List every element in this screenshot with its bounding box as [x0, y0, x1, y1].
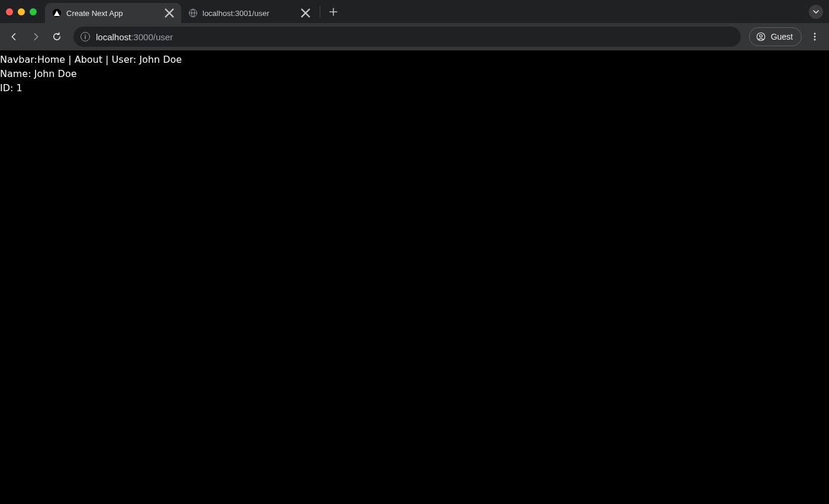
window-controls: [6, 8, 37, 15]
navbar-link-about: About: [75, 54, 102, 65]
window-zoom-button[interactable]: [30, 8, 37, 15]
window-minimize-button[interactable]: [18, 8, 25, 15]
name-label: Name:: [0, 68, 31, 79]
toolbar: i localhost:3000/user Guest: [0, 23, 829, 50]
forward-button[interactable]: [27, 28, 44, 45]
nextjs-favicon-icon: [52, 8, 62, 18]
address-host: localhost: [96, 32, 131, 42]
back-button[interactable]: [6, 28, 23, 45]
close-tab-button[interactable]: [301, 8, 310, 18]
tab-title: Create Next App: [66, 9, 160, 18]
svg-point-3: [814, 36, 816, 38]
tab-2[interactable]: localhost:3001/user: [181, 3, 317, 23]
address-bar[interactable]: i localhost:3000/user: [73, 27, 741, 47]
id-line: ID: 1: [0, 81, 829, 95]
svg-point-4: [814, 39, 816, 41]
id-label: ID:: [0, 82, 13, 94]
tab-bar: Create Next App localhost:3001/user: [0, 0, 829, 23]
site-info-icon[interactable]: i: [81, 32, 90, 41]
tab-separator: [320, 7, 320, 17]
page-content: Navbar:Home | About | User: John Doe Nam…: [0, 50, 829, 504]
id-value: 1: [17, 82, 23, 94]
window-close-button[interactable]: [6, 8, 13, 15]
svg-point-1: [759, 34, 762, 37]
reload-button[interactable]: [49, 28, 65, 45]
close-tab-button[interactable]: [165, 8, 174, 18]
navbar-link-home: Home: [37, 54, 65, 65]
navbar-line: Navbar:Home | About | User: John Doe: [0, 53, 829, 67]
profile-button[interactable]: Guest: [749, 27, 802, 46]
name-line: Name: John Doe: [0, 67, 829, 81]
tab-title: localhost:3001/user: [203, 9, 296, 18]
navbar-user-name: John Doe: [139, 54, 182, 65]
address-text: localhost:3000/user: [96, 32, 734, 42]
tabs-overflow-button[interactable]: [809, 5, 823, 19]
navbar-prefix: Navbar:: [0, 54, 37, 65]
new-tab-button[interactable]: [325, 4, 342, 20]
profile-icon: [756, 31, 766, 42]
profile-label: Guest: [771, 32, 793, 41]
address-path: :3000/user: [131, 32, 173, 42]
tab-1[interactable]: Create Next App: [45, 3, 181, 23]
name-value: John Doe: [34, 68, 77, 79]
navbar-user-label: User:: [112, 54, 137, 65]
svg-point-2: [814, 33, 816, 35]
browser-menu-button[interactable]: [806, 28, 823, 45]
globe-favicon-icon: [188, 8, 198, 18]
